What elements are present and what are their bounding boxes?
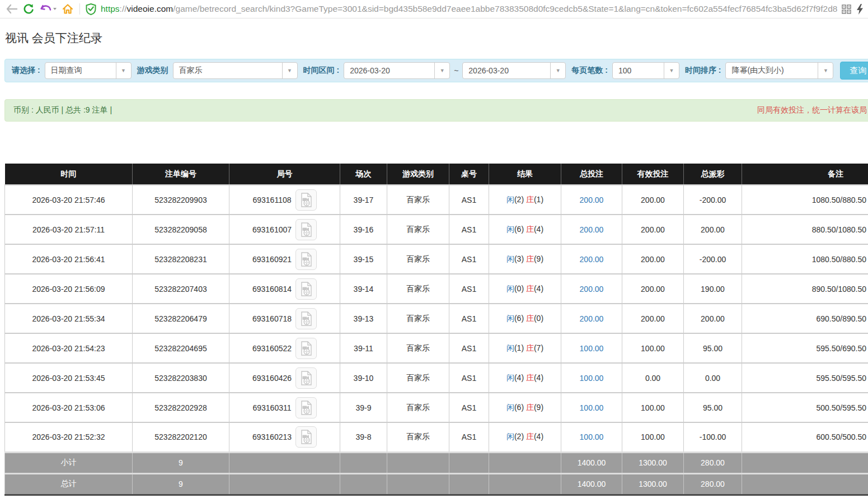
summary-session <box>340 473 387 495</box>
address-bar[interactable]: https://videoie.com/game/betrecord_searc… <box>85 1 837 17</box>
total-bet-amount[interactable]: 200.00 <box>580 285 604 294</box>
video-replay-button[interactable] <box>295 189 317 211</box>
cell-game-type: 百家乐 <box>387 304 449 333</box>
cell-note: 880.50/1080.50 <box>742 215 868 244</box>
cell-game-type: 百家乐 <box>387 274 449 304</box>
video-replay-icon <box>299 282 313 296</box>
cell-game-type: 百家乐 <box>387 333 449 363</box>
result-banker-score: (9) <box>534 254 543 263</box>
cell-total-bet[interactable]: 200.00 <box>561 244 622 274</box>
cell-payout: 200.00 <box>684 215 742 244</box>
filter-panel: 请选择 : 日期查询 ▼ 游戏类别 百家乐 ▼ 时间区间 : 2026-03-2… <box>4 59 868 82</box>
cell-total-bet[interactable]: 200.00 <box>561 215 622 244</box>
cell-total-bet[interactable]: 200.00 <box>561 274 622 304</box>
column-header-note: 备注 <box>742 164 868 185</box>
total-bet-amount[interactable]: 100.00 <box>580 432 604 441</box>
result-player-score: (2) <box>514 432 526 441</box>
search-button[interactable]: 查询 <box>840 62 868 80</box>
cell-total-bet[interactable]: 100.00 <box>561 422 622 452</box>
total-bet-amount[interactable]: 100.00 <box>580 374 604 383</box>
video-replay-button[interactable] <box>295 367 317 389</box>
chevron-down-icon: ▼ <box>116 63 131 78</box>
result-player-label: 闲 <box>506 254 514 263</box>
cell-total-bet[interactable]: 100.00 <box>561 363 622 393</box>
table-row: 2026-03-20 21:54:23523282204695693160522… <box>5 333 868 363</box>
result-banker-label: 庄 <box>526 225 534 234</box>
total-bet-amount[interactable]: 100.00 <box>580 403 604 412</box>
cell-result: 闲(6) 庄(9) <box>489 393 561 422</box>
cell-round-number: 693161007 <box>229 215 340 244</box>
round-number-text: 693160921 <box>252 255 292 264</box>
summary-round <box>229 452 340 473</box>
cell-total-bet[interactable]: 100.00 <box>561 393 622 422</box>
cell-total-bet[interactable]: 200.00 <box>561 185 622 215</box>
round-number-text: 693160311 <box>252 403 291 412</box>
cell-note: 1080.50/880.50 <box>742 244 868 274</box>
home-button[interactable] <box>60 2 75 16</box>
video-replay-button[interactable] <box>295 219 317 240</box>
cell-payout: 95.00 <box>684 393 742 422</box>
video-replay-button[interactable] <box>295 397 317 418</box>
page-size-select[interactable]: 100 ▼ <box>612 62 679 79</box>
result-banker-label: 庄 <box>526 432 534 441</box>
summary-valid-bet: 1300.00 <box>622 473 684 495</box>
result-player-score: (0) <box>514 284 526 293</box>
round-number-text: 693160426 <box>252 374 292 383</box>
cell-payout: 95.00 <box>684 333 742 363</box>
date-to-select[interactable]: 2026-03-20 ▼ <box>462 62 566 79</box>
cell-result: 闲(6) 庄(0) <box>489 304 561 333</box>
video-replay-button[interactable] <box>295 426 317 448</box>
column-header-bet-number: 注单编号 <box>133 164 229 185</box>
cell-session: 39-11 <box>340 333 387 363</box>
result-player-label: 闲 <box>506 284 514 293</box>
total-bet-amount[interactable]: 200.00 <box>580 225 604 234</box>
summary-result <box>489 473 561 495</box>
game-type-select[interactable]: 百家乐 ▼ <box>173 62 298 79</box>
cell-note: 890.50/1080.50 <box>742 274 868 304</box>
cell-note: 1080.50/880.50 <box>742 185 868 215</box>
cell-time: 2026-03-20 21:53:45 <box>5 363 133 393</box>
url-text: https://videoie.com/game/betrecord_searc… <box>101 4 837 14</box>
column-header-session: 场次 <box>340 164 387 185</box>
cell-bet-number: 523282202120 <box>133 422 229 452</box>
total-bet-amount[interactable]: 200.00 <box>580 196 604 204</box>
cell-total-bet[interactable]: 200.00 <box>561 304 622 333</box>
undo-button[interactable] <box>38 2 58 16</box>
cell-session: 39-13 <box>340 304 387 333</box>
subtotal-row: 小计91400.001300.00280.00 <box>5 452 868 473</box>
back-button[interactable] <box>4 2 19 16</box>
lightning-extension-icon[interactable] <box>856 4 864 15</box>
cell-bet-number: 523282208231 <box>133 244 229 274</box>
page-size-value: 100 <box>613 66 664 75</box>
cell-table-number: AS1 <box>449 363 489 393</box>
qr-extension-icon[interactable] <box>842 4 851 14</box>
video-replay-button[interactable] <box>295 278 317 300</box>
cell-total-bet[interactable]: 100.00 <box>561 333 622 363</box>
date-to-value: 2026-03-20 <box>463 66 550 75</box>
cell-note: 600.50/500.50 <box>742 422 868 452</box>
bet-table-body: 2026-03-20 21:57:46523282209903693161108… <box>5 185 868 495</box>
video-replay-button[interactable] <box>295 308 317 329</box>
cell-table-number: AS1 <box>449 333 489 363</box>
summary-table <box>449 452 489 473</box>
refresh-button[interactable] <box>21 2 36 16</box>
round-number-text: 693160213 <box>252 432 292 441</box>
video-replay-button[interactable] <box>295 249 317 270</box>
cell-session: 39-8 <box>340 422 387 452</box>
time-sort-select[interactable]: 降幂(由大到小) ▼ <box>725 62 833 79</box>
date-from-select[interactable]: 2026-03-20 ▼ <box>344 62 450 79</box>
total-bet-amount[interactable]: 200.00 <box>580 255 604 264</box>
query-type-select[interactable]: 日期查询 ▼ <box>45 62 132 79</box>
result-banker-score: (1) <box>534 195 543 204</box>
cell-note: 595.50/690.50 <box>742 333 868 363</box>
total-bet-amount[interactable]: 100.00 <box>580 344 604 353</box>
column-header-payout: 总派彩 <box>684 164 742 185</box>
video-replay-button[interactable] <box>295 338 317 359</box>
cell-bet-number: 523282202928 <box>133 393 229 422</box>
total-bet-amount[interactable]: 200.00 <box>580 314 604 323</box>
summary-game <box>387 452 449 473</box>
chevron-down-icon: ▼ <box>550 63 565 78</box>
summary-count: 9 <box>133 452 229 473</box>
cell-bet-number: 523282204695 <box>133 333 229 363</box>
cell-round-number: 693160718 <box>229 304 340 333</box>
